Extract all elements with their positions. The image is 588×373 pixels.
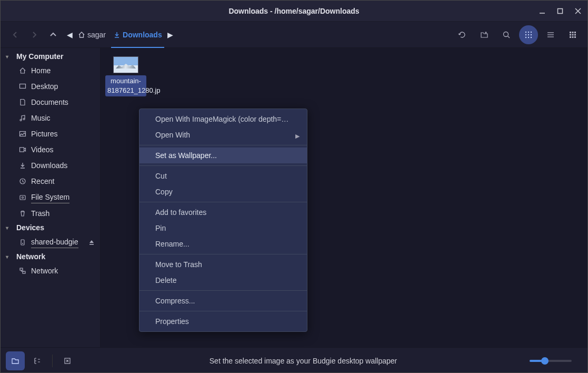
svg-point-34 <box>22 243 23 244</box>
sidebar-item-home[interactable]: Home <box>1 63 100 78</box>
titlebar: Downloads - /home/sagar/Downloads <box>1 1 587 22</box>
chevron-down-icon: ▾ <box>6 254 13 260</box>
svg-rect-33 <box>21 240 24 245</box>
svg-point-32 <box>22 197 24 198</box>
slider-fill <box>530 360 542 362</box>
recent-icon <box>18 178 27 185</box>
slider-thumb[interactable] <box>541 357 549 365</box>
menu-delete[interactable]: Delete <box>139 272 307 288</box>
breadcrumb-prev-icon[interactable]: ◀ <box>67 31 73 39</box>
desktop-icon <box>18 83 27 90</box>
menu-add-to-favorites[interactable]: Add to favorites <box>139 204 307 220</box>
usb-icon <box>18 239 27 246</box>
sidebar-label: Recent <box>31 175 54 187</box>
breadcrumb-downloads[interactable]: Downloads <box>111 22 164 48</box>
breadcrumb-next-icon[interactable]: ▶ <box>167 31 173 39</box>
menu-cut[interactable]: Cut <box>139 168 307 184</box>
breadcrumb-label: sagar <box>87 31 106 39</box>
zoom-slider[interactable] <box>530 360 572 362</box>
back-button[interactable] <box>6 25 25 44</box>
file-item-mountain[interactable]: mountain-8187621_1280.jp <box>106 56 146 96</box>
toggle-hidden-button[interactable] <box>58 351 77 370</box>
sidebar-item-documents[interactable]: Documents <box>1 94 100 110</box>
sidebar-header-label: Network <box>16 252 45 261</box>
videos-icon <box>18 146 27 153</box>
svg-rect-26 <box>574 36 576 38</box>
menu-separator <box>139 290 307 291</box>
breadcrumb: ◀ sagar Downloads ▶ <box>67 22 453 48</box>
svg-point-13 <box>528 36 529 37</box>
menu-separator <box>139 165 307 166</box>
menu-copy[interactable]: Copy <box>139 184 307 200</box>
sidebar-header-network[interactable]: ▾ Network <box>1 250 100 263</box>
chevron-down-icon: ▾ <box>6 54 13 60</box>
svg-rect-22 <box>572 34 574 35</box>
minimize-button[interactable] <box>537 6 547 16</box>
sidebar-item-network[interactable]: Network <box>1 263 100 279</box>
sidebar-item-recent[interactable]: Recent <box>1 173 100 189</box>
svg-line-5 <box>508 36 510 38</box>
svg-rect-27 <box>20 84 26 89</box>
icon-view-button[interactable] <box>519 25 538 44</box>
up-button[interactable] <box>44 25 63 44</box>
breadcrumb-sagar[interactable]: sagar <box>76 22 108 48</box>
show-places-button[interactable] <box>6 351 25 370</box>
download-icon <box>113 31 121 38</box>
menu-separator <box>139 145 307 145</box>
statusbar: Set the selected image as your Budgie de… <box>1 347 587 373</box>
sidebar-item-trash[interactable]: Trash <box>1 205 100 221</box>
menu-pin[interactable]: Pin <box>139 220 307 236</box>
menu-separator <box>139 254 307 254</box>
sidebar-item-pictures[interactable]: Pictures <box>1 126 100 142</box>
chevron-right-icon: ▶ <box>295 131 300 141</box>
compact-view-button[interactable] <box>563 25 582 44</box>
toolbar: ◀ sagar Downloads ▶ <box>1 22 587 48</box>
sidebar-item-shared-budgie[interactable]: shared-budgie <box>1 234 100 250</box>
forward-button[interactable] <box>25 25 44 44</box>
sidebar-header-mycomputer[interactable]: ▾ My Computer <box>1 50 100 63</box>
menu-move-to-trash[interactable]: Move to Trash <box>139 257 307 272</box>
svg-rect-29 <box>20 148 24 152</box>
home-icon <box>78 31 85 38</box>
trash-icon <box>18 210 27 217</box>
svg-rect-24 <box>570 36 571 38</box>
sidebar-label: File System <box>31 191 69 203</box>
list-view-button[interactable] <box>541 25 560 44</box>
maximize-button[interactable] <box>555 6 565 16</box>
menu-open-with-imagemagick[interactable]: Open With ImageMagick (color depth=… <box>139 111 307 127</box>
menu-rename[interactable]: Rename... <box>139 236 307 252</box>
sidebar: ▾ My Computer Home Desktop Documents Mus… <box>1 48 101 347</box>
status-message: Set the selected image as your Budgie de… <box>80 357 526 365</box>
file-thumbnail <box>113 56 138 73</box>
new-folder-button[interactable] <box>475 25 494 44</box>
file-label: mountain-8187621_1280.jp <box>105 75 146 96</box>
sidebar-item-downloads[interactable]: Downloads <box>1 158 100 173</box>
menu-properties[interactable]: Properties <box>139 313 307 329</box>
svg-rect-23 <box>574 34 576 35</box>
network-icon <box>18 267 27 274</box>
sidebar-label: Pictures <box>31 128 58 140</box>
download-icon <box>18 162 27 169</box>
sidebar-label: Downloads <box>31 160 67 171</box>
menu-compress[interactable]: Compress... <box>139 293 307 309</box>
menu-open-with[interactable]: Open With ▶ <box>139 127 307 143</box>
search-button[interactable] <box>497 25 516 44</box>
sidebar-item-music[interactable]: Music <box>1 110 100 126</box>
sidebar-header-devices[interactable]: ▾ Devices <box>1 221 100 234</box>
close-button[interactable] <box>573 6 583 16</box>
context-menu: Open With ImageMagick (color depth=… Ope… <box>139 109 307 332</box>
refresh-button[interactable] <box>453 25 472 44</box>
sidebar-item-desktop[interactable]: Desktop <box>1 78 100 94</box>
music-icon <box>18 114 27 122</box>
sidebar-label: Music <box>31 112 51 124</box>
menu-set-as-wallpaper[interactable]: Set as Wallpaper... <box>139 148 307 163</box>
eject-icon[interactable] <box>88 239 95 246</box>
sidebar-label: Trash <box>31 208 49 219</box>
svg-rect-21 <box>570 34 571 35</box>
sidebar-item-filesystem[interactable]: File System <box>1 189 100 205</box>
sidebar-item-videos[interactable]: Videos <box>1 142 100 158</box>
sidebar-label: shared-budgie <box>31 236 78 248</box>
svg-rect-35 <box>20 268 23 270</box>
show-tree-button[interactable] <box>28 351 47 370</box>
svg-point-14 <box>531 36 532 37</box>
